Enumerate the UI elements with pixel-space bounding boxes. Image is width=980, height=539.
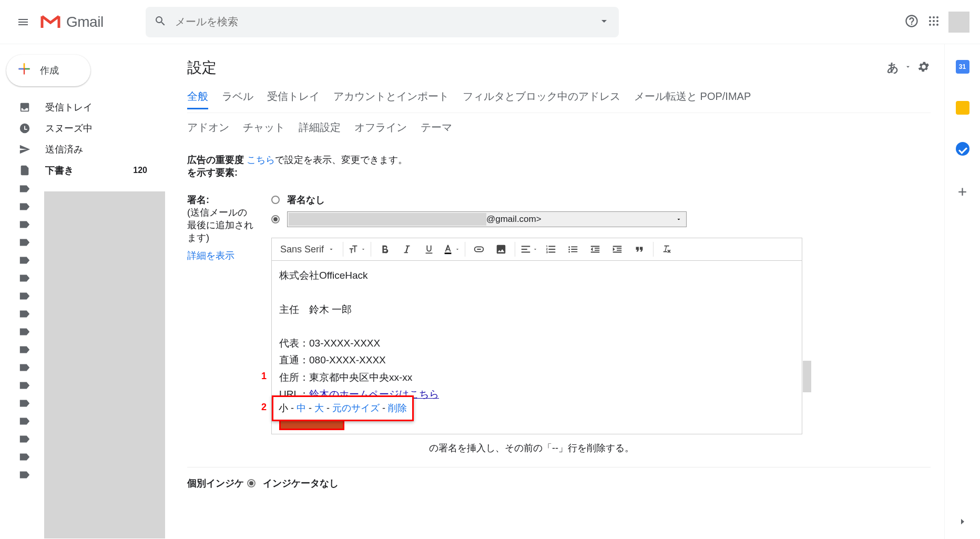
sig-note: ます) xyxy=(187,231,271,244)
size-large[interactable]: 大 xyxy=(314,403,324,413)
size-original[interactable]: 元のサイズ xyxy=(332,403,380,413)
ad-link[interactable]: こちら xyxy=(247,155,275,165)
bold-icon[interactable] xyxy=(374,240,395,259)
indent-more-icon[interactable] xyxy=(607,240,628,259)
indent-less-icon[interactable] xyxy=(585,240,606,259)
label-icon xyxy=(19,238,30,249)
label-icon xyxy=(19,381,30,392)
tab-filters[interactable]: フィルタとブロック中のアドレス xyxy=(463,89,620,109)
help-icon[interactable] xyxy=(904,14,919,30)
sig-line: 代表：03-XXXX-XXXX xyxy=(279,335,794,352)
sidebar-item-label: 下書き xyxy=(45,164,74,177)
link-icon[interactable] xyxy=(468,240,489,259)
avatar[interactable] xyxy=(948,12,969,33)
text-color-icon[interactable] xyxy=(441,240,462,259)
radio-no-indicator[interactable] xyxy=(247,479,256,487)
gmail-logo-text: Gmail xyxy=(66,14,104,30)
tab-labels[interactable]: ラベル xyxy=(222,89,253,109)
tab-inbox[interactable]: 受信トレイ xyxy=(267,89,320,109)
settings-tabs-row2: アドオン チャット 詳細設定 オフライン テーマ xyxy=(187,120,931,142)
numbered-list-icon[interactable] xyxy=(540,240,562,259)
tab-themes[interactable]: テーマ xyxy=(421,120,452,139)
image-size-menu: 小 - 中 - 大 - 元のサイズ - 削除 xyxy=(272,395,414,421)
plus-icon xyxy=(17,61,32,80)
font-selector[interactable]: Sans Serif xyxy=(275,238,340,260)
chevron-right-icon[interactable] xyxy=(958,517,967,528)
gmail-logo[interactable]: Gmail xyxy=(40,14,104,30)
label-icon xyxy=(19,256,30,267)
tab-general[interactable]: 全般 xyxy=(187,89,208,109)
align-icon[interactable] xyxy=(518,240,539,259)
indicator-opt: インジケータなし xyxy=(263,477,339,490)
search-options-icon[interactable] xyxy=(598,15,610,29)
tab-offline[interactable]: オフライン xyxy=(354,120,407,139)
sidebar-item-snoozed[interactable]: スヌーズ中 xyxy=(0,118,168,139)
svg-point-6 xyxy=(929,24,931,26)
tab-accounts[interactable]: アカウントとインポート xyxy=(333,89,449,109)
insert-sig-text: の署名を挿入し、その前の「--」行を削除する。 xyxy=(429,442,634,454)
tab-forwarding[interactable]: メール転送と POP/IMAP xyxy=(634,89,751,109)
add-addon-icon[interactable]: + xyxy=(958,183,967,201)
calendar-icon[interactable]: 31 xyxy=(956,60,969,74)
label-icon xyxy=(19,327,30,339)
size-medium[interactable]: 中 xyxy=(297,403,306,413)
sidebar-item-label: 受信トレイ xyxy=(45,101,93,114)
clear-format-icon[interactable] xyxy=(657,240,678,259)
no-sig-label: 署名なし xyxy=(287,194,325,206)
clock-icon xyxy=(19,123,33,134)
sidebar-item-sent[interactable]: 送信済み xyxy=(0,139,168,160)
scrollbar-thumb[interactable] xyxy=(803,361,811,392)
label-icon xyxy=(19,452,30,464)
document-icon xyxy=(19,165,33,176)
hamburger-menu-icon[interactable] xyxy=(11,9,36,35)
svg-point-4 xyxy=(933,20,935,22)
radio-no-signature[interactable] xyxy=(271,196,280,204)
input-method-label[interactable]: あ xyxy=(887,60,899,76)
bullet-list-icon[interactable] xyxy=(563,240,584,259)
sidebar-item-inbox[interactable]: 受信トレイ xyxy=(0,97,168,118)
settings-tabs: 全般 ラベル 受信トレイ アカウントとインポート フィルタとブロック中のアドレス… xyxy=(187,89,931,113)
svg-point-5 xyxy=(936,20,938,22)
ad-label: 広告の重要度 xyxy=(187,155,244,165)
inbox-icon xyxy=(19,101,33,113)
font-size-icon[interactable] xyxy=(346,240,368,259)
tasks-icon[interactable] xyxy=(956,142,969,156)
signature-editor[interactable]: 株式会社OfficeHack 主任 鈴木 一郎 代表：03-XXXX-XXXX … xyxy=(271,261,802,434)
sidebar-redacted-area xyxy=(44,191,165,538)
underline-icon[interactable] xyxy=(418,240,440,259)
show-detail-link[interactable]: 詳細を表示 xyxy=(187,250,234,261)
keep-icon[interactable] xyxy=(956,101,969,115)
search-bar[interactable] xyxy=(146,7,619,37)
tab-addons[interactable]: アドオン xyxy=(187,120,229,139)
label-icon xyxy=(19,416,30,428)
image-icon[interactable] xyxy=(491,240,512,259)
apps-icon[interactable] xyxy=(927,15,940,29)
right-rail: 31 + xyxy=(944,44,980,539)
search-input[interactable] xyxy=(175,16,598,28)
email-select[interactable]: @gmail.com> xyxy=(287,211,687,227)
chevron-down-icon[interactable] xyxy=(904,63,912,73)
gear-icon[interactable] xyxy=(917,60,931,76)
svg-point-8 xyxy=(936,24,938,26)
callout-2: 2 xyxy=(261,399,267,415)
size-small[interactable]: 小 xyxy=(279,403,288,413)
sidebar: 作成 受信トレイ スヌーズ中 送信済み 下書き 120 xyxy=(0,44,168,539)
tab-advanced[interactable]: 詳細設定 xyxy=(299,120,341,139)
label-icon xyxy=(19,273,30,285)
italic-icon[interactable] xyxy=(396,240,417,259)
label-icon xyxy=(19,434,30,446)
svg-rect-12 xyxy=(445,252,452,254)
signature-section: 署名: (送信メールの 最後に追加され ます) 詳細を表示 署名なし @gmai… xyxy=(187,194,931,454)
sidebar-item-drafts[interactable]: 下書き 120 xyxy=(0,160,168,181)
label-icon xyxy=(19,470,30,482)
size-delete[interactable]: 削除 xyxy=(388,403,407,413)
page-title: 設定 xyxy=(187,58,217,78)
quote-icon[interactable] xyxy=(629,240,650,259)
radio-email-signature[interactable] xyxy=(271,215,280,223)
compose-button[interactable]: 作成 xyxy=(6,55,90,86)
tab-chat[interactable]: チャット xyxy=(243,120,285,139)
chevron-down-icon xyxy=(676,215,682,225)
search-icon[interactable] xyxy=(154,15,167,29)
header-right xyxy=(904,12,969,33)
email-redacted xyxy=(289,213,486,226)
